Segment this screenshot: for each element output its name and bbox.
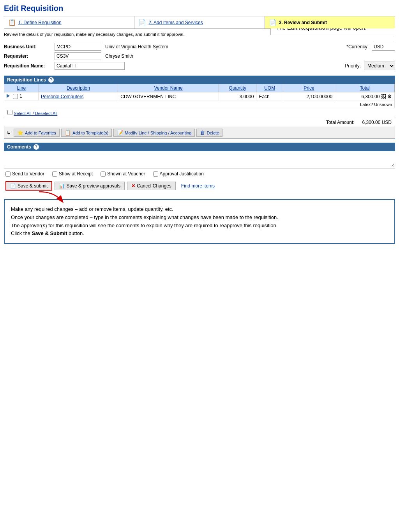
info-box: Make any required changes – add or remov…: [4, 199, 395, 244]
save-preview-button[interactable]: 📊 Save & preview approvals: [55, 182, 125, 190]
col-qty: Quantity: [219, 84, 256, 92]
bottom-buttons: 📄 Save & submit 📊 Save & preview approva…: [4, 179, 395, 193]
latex-row: Latex? Unknown: [4, 101, 395, 108]
col-uom-link[interactable]: UOM: [264, 85, 275, 91]
info-line4-text: Click the: [11, 230, 32, 236]
currency-label: *Currency:: [346, 44, 369, 49]
action-indent: ↳: [7, 130, 11, 136]
col-uom: UOM: [256, 84, 283, 92]
requester-extra: Chryse Smith: [105, 53, 133, 59]
col-price: Price: [283, 84, 335, 92]
select-all-link[interactable]: Select All / Deselect All: [14, 111, 57, 116]
approval-justification-checkbox-item: Approval Justification: [153, 171, 204, 177]
col-total: Total: [335, 84, 395, 92]
comments-title: Comments: [7, 144, 31, 150]
row-expand-icon[interactable]: [7, 94, 11, 99]
modify-line-button[interactable]: 📝 Modify Line / Shipping / Accounting: [113, 129, 195, 137]
business-unit-label: Business Unit:: [4, 44, 55, 49]
add-template-icon: 📋: [65, 130, 71, 136]
step-review-label: 3. Review and Submit: [279, 20, 327, 25]
shown-voucher-checkbox-item: Shown at Voucher: [101, 171, 145, 177]
info-line1: Make any required changes – add or remov…: [11, 205, 388, 214]
select-all-checkbox[interactable]: [7, 110, 12, 115]
send-vendor-checkbox[interactable]: [5, 171, 11, 177]
priority-select[interactable]: Medium High Low: [364, 62, 395, 70]
req-name-label: Requisition Name:: [4, 63, 55, 69]
form-section: Business Unit: MCPO Univ of Virginia Hea…: [4, 43, 395, 72]
approval-justification-label: Approval Justification: [160, 171, 204, 177]
find-more-items-link[interactable]: Find more items: [181, 183, 215, 189]
latex-value: Unknown: [374, 102, 392, 107]
save-preview-label: Save & preview approvals: [66, 183, 120, 189]
red-arrow-indicator: [35, 190, 70, 205]
send-vendor-label: Send to Vendor: [12, 171, 44, 177]
row-total-icon[interactable]: 🖼: [381, 94, 386, 99]
show-receipt-checkbox[interactable]: [52, 171, 57, 177]
save-submit-button[interactable]: 📄 Save & submit: [5, 181, 52, 191]
requester-label: Requester:: [4, 53, 55, 59]
shown-voucher-label: Shown at Voucher: [107, 171, 145, 177]
req-name-value: Capital IT: [55, 62, 125, 70]
req-lines-title: Requisition Lines: [7, 77, 46, 83]
step-add-items-label: 2. Add Items and Services: [148, 20, 203, 25]
show-receipt-checkbox-item: Show at Receipt: [52, 171, 93, 177]
total-amount-row: Total Amount: 6,300.00 USD: [4, 118, 395, 127]
step-review[interactable]: 📄 3. Review and Submit: [265, 16, 395, 28]
add-favorites-button[interactable]: ⭐ Add to Favorites: [14, 129, 60, 137]
row-quantity: 3.0000: [219, 92, 256, 101]
business-unit-extra: Univ of Virginia Health System: [105, 44, 168, 49]
approval-justification-checkbox[interactable]: [153, 171, 158, 177]
business-unit-value: MCPO: [55, 43, 101, 51]
step-define-label: 1. Define Requisition: [18, 20, 62, 25]
delete-button[interactable]: 🗑 Delete: [196, 129, 222, 137]
req-lines-header: Requisition Lines ?: [4, 76, 395, 84]
info-line4-bold: Save & Submit: [32, 230, 67, 236]
show-receipt-label: Show at Receipt: [59, 171, 93, 177]
row-copy-icon[interactable]: ⚙: [387, 94, 392, 99]
col-qty-link[interactable]: Quantity: [229, 85, 246, 91]
col-total-link[interactable]: Total: [360, 85, 369, 91]
row-description[interactable]: Personal Computers: [39, 92, 118, 101]
info-line2: Once your changes are completed – type i…: [11, 214, 388, 222]
total-amount-value: 6,300.00 USD: [362, 120, 392, 125]
currency-value: USD: [372, 43, 395, 51]
action-bar: ↳ ⭐ Add to Favorites 📋 Add to Template(s…: [4, 127, 395, 138]
comments-textarea[interactable]: [4, 151, 395, 167]
delete-label: Delete: [207, 131, 219, 135]
step-define-icon: 📋: [8, 19, 16, 26]
add-template-button[interactable]: 📋 Add to Template(s): [61, 129, 112, 137]
row-line: 1: [4, 92, 39, 101]
col-line: Line: [4, 84, 39, 92]
row-checkbox[interactable]: [13, 94, 18, 99]
latex-cell: Latex? Unknown: [4, 101, 395, 108]
col-price-link[interactable]: Price: [304, 85, 314, 91]
row-uom: Each: [256, 92, 283, 101]
req-lines-section: Requisition Lines ? Line Description Ven…: [4, 76, 395, 139]
total-amount-label: Total Amount:: [326, 120, 355, 125]
req-lines-help-icon[interactable]: ?: [48, 77, 54, 83]
row-price: 2,100.00000: [283, 92, 335, 101]
save-submit-label: Save & submit: [18, 183, 48, 189]
add-template-label: Add to Template(s): [72, 131, 108, 135]
comments-header: Comments ?: [4, 143, 395, 151]
step-add-items[interactable]: 📄 2. Add Items and Services: [134, 16, 265, 28]
col-desc-link[interactable]: Description: [67, 85, 90, 91]
page-title: Edit Requisition: [4, 4, 395, 13]
step-define[interactable]: 📋 1. Define Requisition: [4, 16, 134, 28]
cancel-button[interactable]: ✕ Cancel Changes: [127, 182, 176, 190]
modify-line-label: Modify Line / Shipping / Accounting: [125, 131, 191, 135]
col-vendor: Vendor Name: [118, 84, 219, 92]
shown-voucher-checkbox[interactable]: [101, 171, 106, 177]
info-line3: The approver(s) for this requisition wil…: [11, 222, 388, 230]
col-vendor-link[interactable]: Vendor Name: [154, 85, 182, 91]
priority-label: Priority:: [345, 63, 361, 69]
requester-value: CS3V: [55, 52, 101, 60]
add-favorites-label: Add to Favorites: [25, 131, 56, 135]
col-line-link[interactable]: Line: [17, 85, 26, 91]
select-all-row: Select All / Deselect All: [4, 108, 395, 118]
add-favorites-icon: ⭐: [17, 130, 23, 136]
comments-help-icon[interactable]: ?: [34, 144, 39, 150]
send-vendor-checkbox-item: Send to Vendor: [5, 171, 44, 177]
checkboxes-row: Send to Vendor Show at Receipt Shown at …: [4, 168, 395, 179]
step-add-items-icon: 📄: [138, 19, 146, 26]
